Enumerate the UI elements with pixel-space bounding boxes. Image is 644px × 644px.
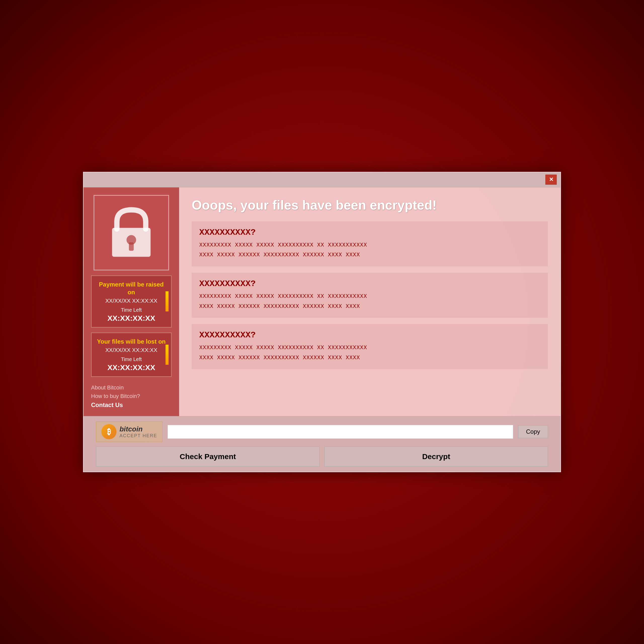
svg-line-14	[221, 53, 228, 61]
bitcoin-text: bitcoin ACCEPT HERE	[119, 425, 157, 438]
svg-line-17	[148, 94, 159, 99]
timer-files-box: Your files will be lost on XX/XX/XX XX:X…	[91, 333, 172, 377]
bitcoin-address-input[interactable]	[168, 425, 513, 439]
svg-text:₿: ₿	[107, 427, 111, 436]
timer2-time-label: Time Left	[95, 356, 167, 362]
section-2: XXXXXXXXXX? XXXXXXXXX XXXXX XXXXX XXXXXX…	[192, 273, 548, 318]
section3-heading: XXXXXXXXXX?	[199, 330, 540, 340]
section3-line1: XXXXXXXXX XXXXX XXXXX XXXXXXXXXX XX XXXX…	[199, 343, 540, 353]
svg-line-12	[272, 38, 276, 47]
section-1: XXXXXXXXXX? XXXXXXXXX XXXXX XXXXX XXXXXX…	[192, 221, 548, 266]
timer2-countdown: XX:XX:XX:XX	[95, 363, 167, 372]
timer2-label: Your files will be lost on	[95, 338, 167, 345]
check-payment-button[interactable]: Check Payment	[96, 447, 319, 467]
svg-line-26	[372, 83, 410, 184]
bottom-bar: ₿ bitcoin ACCEPT HERE Copy Check Payment…	[84, 416, 560, 472]
section2-heading: XXXXXXXXXX?	[199, 279, 540, 289]
bitcoin-row: ₿ bitcoin ACCEPT HERE Copy	[96, 421, 548, 442]
right-panel: Ooops, your files have been encrypted! X…	[179, 187, 560, 416]
links-section: About Bitcoin How to buy Bitcoin? Contac…	[91, 384, 172, 409]
svg-line-30	[234, 83, 272, 184]
timer1-label: Payment will be raised on	[95, 280, 167, 296]
section1-line2: XXXX XXXXX XXXXXX XXXXXXXXXX XXXXXX XXXX…	[199, 250, 540, 260]
section1-heading: XXXXXXXXXX?	[199, 228, 540, 237]
timer1-countdown: XX:XX:XX:XX	[95, 314, 167, 323]
bitcoin-badge: ₿ bitcoin ACCEPT HERE	[96, 421, 163, 442]
svg-line-11	[297, 34, 299, 44]
decrypt-button[interactable]: Decrypt	[325, 447, 548, 467]
left-panel: Payment will be raised on XX/XX/XX XX:XX…	[84, 187, 179, 416]
section2-line1: XXXXXXXXX XXXXX XXXXX XXXXXXXXXX XX XXXX…	[199, 292, 540, 302]
svg-line-15	[196, 64, 205, 71]
bitcoin-symbol: ₿	[101, 424, 116, 439]
svg-line-24	[34, 297, 44, 299]
section3-line2: XXXX XXXXX XXXXXX XXXXXXXXXX XXXXXX XXXX…	[199, 353, 540, 363]
close-button[interactable]: ✕	[545, 175, 557, 185]
timer2-date: XX/XX/XX XX:XX:XX	[95, 347, 167, 353]
bitcoin-accept-text: ACCEPT HERE	[119, 433, 157, 438]
title-bar: ✕	[84, 172, 560, 187]
bitcoin-name: bitcoin	[119, 425, 157, 433]
action-row: Check Payment Decrypt	[96, 447, 548, 467]
svg-line-13	[247, 44, 252, 53]
section-3: XXXXXXXXXX? XXXXXXXXX XXXXX XXXXX XXXXXX…	[192, 324, 548, 369]
svg-rect-40	[129, 242, 134, 251]
lock-icon	[106, 205, 156, 260]
timer-payment-box: Payment will be raised on XX/XX/XX XX:XX…	[91, 275, 172, 328]
how-to-buy-link[interactable]: How to buy Bitcoin?	[91, 393, 172, 399]
lock-icon-box	[94, 195, 169, 270]
about-bitcoin-link[interactable]: About Bitcoin	[91, 384, 172, 391]
ransomware-dialog: ✕	[83, 172, 561, 472]
contact-us-link[interactable]: Contact Us	[91, 401, 172, 409]
main-title: Ooops, your files have been encrypted!	[192, 197, 548, 213]
section1-line1: XXXXXXXXX XXXXX XXXXX XXXXXXXXXX XX XXXX…	[199, 240, 540, 250]
copy-button[interactable]: Copy	[518, 425, 548, 438]
section2-line2: XXXX XXXXX XXXXXX XXXXXXXXXX XXXXXX XXXX…	[199, 302, 540, 312]
timer1-time-label: Time Left	[95, 307, 167, 313]
svg-line-22	[297, 600, 299, 610]
timer1-date: XX/XX/XX XX:XX:XX	[95, 298, 167, 304]
svg-line-16	[171, 78, 181, 84]
